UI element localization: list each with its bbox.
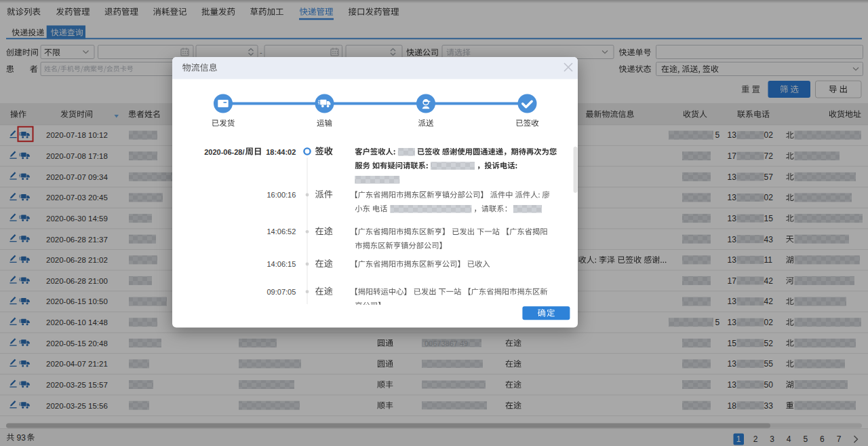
svg-text:09:07:05: 09:07:05 [267, 288, 296, 296]
svg-text:18:44:02: 18:44:02 [266, 148, 296, 156]
svg-text:16:00:16: 16:00:16 [267, 191, 296, 199]
svg-text:14:06:15: 14:06:15 [267, 260, 296, 268]
svg-text:14:06:52: 14:06:52 [267, 227, 296, 236]
svg-text:2020-06-28/: 2020-06-28/ [204, 148, 244, 156]
